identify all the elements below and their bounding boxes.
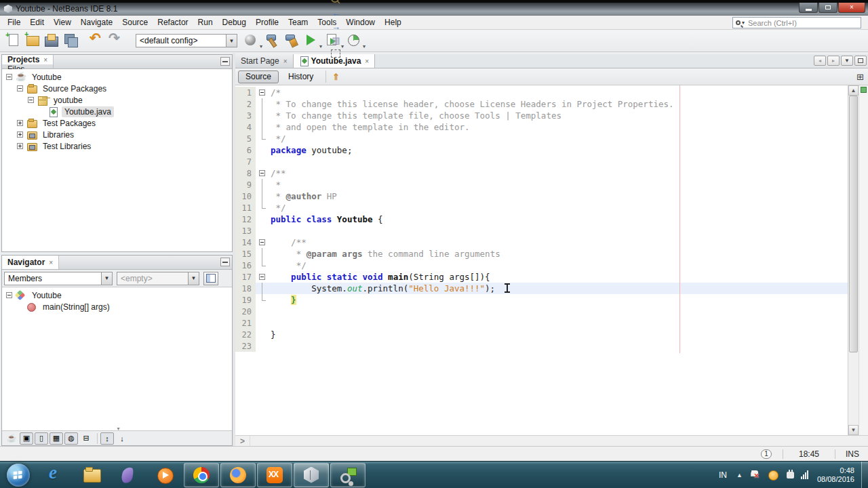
navigator-tab[interactable]: Navigator × xyxy=(2,256,59,269)
code-line-7[interactable]: 7 xyxy=(235,156,848,167)
code-line-23[interactable]: 23 xyxy=(235,340,848,352)
search-input[interactable]: ▾ Search (Ctrl+I) xyxy=(732,17,861,28)
menu-navigate[interactable]: Navigate xyxy=(76,16,117,28)
navigator-filter-bean-icon[interactable]: ☕ xyxy=(5,432,18,445)
code-line-17[interactable]: 17 public static void main(String args[]… xyxy=(235,271,848,283)
menu-source[interactable]: Source xyxy=(117,16,153,28)
projects-minimize-button[interactable] xyxy=(220,57,230,66)
profile-dropdown-icon[interactable]: ▾ xyxy=(363,43,366,49)
taskbar-windows-explorer-button[interactable] xyxy=(74,463,109,487)
taskbar-clock[interactable]: 0:48 08/08/2016 xyxy=(812,466,861,484)
taskbar-netbeans-button[interactable] xyxy=(294,463,329,487)
prev-occ-icon[interactable]: ← xyxy=(329,6,342,20)
collapse-icon[interactable] xyxy=(28,97,34,103)
code-line-10[interactable]: 10 * @author HP xyxy=(235,190,848,202)
code-line-4[interactable]: 4 * and open the template in the editor. xyxy=(235,121,848,133)
editor-vertical-scrollbar[interactable]: ▲ ▼ xyxy=(848,85,859,435)
taskbar-internet-explorer-button[interactable] xyxy=(37,463,73,487)
tab-projects[interactable]: Projects× xyxy=(2,55,54,64)
tree-item-youtube[interactable]: Youtube xyxy=(2,71,232,83)
menu-help[interactable]: Help xyxy=(380,16,406,28)
rect-sel-icon[interactable] xyxy=(329,47,342,60)
expand-icon[interactable] xyxy=(17,131,23,138)
clean-build-icon[interactable] xyxy=(283,32,300,48)
scroll-tabs-left-button[interactable]: ◂ xyxy=(814,56,826,66)
taskbar-purple-app-button[interactable] xyxy=(111,463,146,487)
navigator-minimize-button[interactable] xyxy=(220,258,230,266)
code-line-5[interactable]: 5 */ xyxy=(235,133,848,144)
collapse-icon[interactable] xyxy=(6,74,12,80)
navigator-filter-sort-alpha-icon[interactable]: ↓ xyxy=(115,432,129,445)
code-line-6[interactable]: 6package youtube; xyxy=(235,144,848,156)
show-hidden-icons-button[interactable]: ▲ xyxy=(732,472,747,479)
start-button[interactable] xyxy=(5,463,33,487)
tab-list-dropdown-button[interactable]: ▼ xyxy=(841,56,853,66)
code-line-21[interactable]: 21 xyxy=(235,317,848,329)
taskbar-firefox-button[interactable] xyxy=(220,463,256,487)
tree-item-test-libraries[interactable]: Test Libraries xyxy=(2,140,232,152)
navigator-columns-button[interactable] xyxy=(203,272,218,285)
navigator-empty-select[interactable]: <empty> ▼ xyxy=(117,272,199,285)
code-line-19[interactable]: 19 } xyxy=(235,294,848,306)
scroll-tabs-right-button[interactable]: ▸ xyxy=(827,56,840,66)
expand-fold-button[interactable]: > xyxy=(235,436,250,446)
notifications-badge[interactable]: 1 xyxy=(761,449,772,459)
taskbar-xampp-button[interactable] xyxy=(257,463,292,487)
navigator-filter-sort-source-icon[interactable]: ↕ xyxy=(100,432,114,445)
menu-file[interactable]: File xyxy=(3,16,25,28)
members-select-arrow-icon[interactable]: ▼ xyxy=(101,272,112,285)
taskbar-media-player-button[interactable] xyxy=(147,463,182,487)
tab-close-icon[interactable]: × xyxy=(283,58,288,65)
action-center-icon[interactable] xyxy=(749,469,762,481)
config-select-arrow-icon[interactable]: ▼ xyxy=(226,35,237,47)
open-project-icon[interactable] xyxy=(43,32,60,48)
scroll-down-icon[interactable]: ▼ xyxy=(848,425,859,435)
code-line-9[interactable]: 9 * xyxy=(235,179,848,190)
run-dropdown-icon[interactable]: ▾ xyxy=(319,43,322,49)
tree-item-main-string-args-[interactable]: main(String[] args) xyxy=(2,301,232,312)
navigator-filter-fields-icon[interactable]: ▯ xyxy=(35,432,48,445)
sphere-icon[interactable] xyxy=(243,32,259,48)
minimize-button[interactable] xyxy=(799,3,818,13)
navigator-filter-static-members-icon[interactable]: ▦ xyxy=(50,432,63,445)
taskbar-photo-viewer-button[interactable] xyxy=(330,463,366,487)
close-button[interactable]: × xyxy=(838,3,865,13)
fold-collapse-icon[interactable] xyxy=(256,237,269,248)
fold-collapse-icon[interactable] xyxy=(256,167,269,179)
search-dropdown-icon[interactable]: ▾ xyxy=(742,20,745,26)
power-tray-icon[interactable] xyxy=(785,469,797,481)
history-view-button[interactable]: History xyxy=(281,70,320,83)
bm-prev-icon[interactable]: ⇑ xyxy=(329,70,342,83)
code-line-13[interactable]: 13 xyxy=(235,225,848,237)
menu-team[interactable]: Team xyxy=(283,16,313,28)
profile-icon[interactable] xyxy=(346,32,362,48)
scroll-up-icon[interactable]: ▲ xyxy=(848,85,859,96)
code-line-8[interactable]: 8/** xyxy=(235,167,848,179)
code-line-3[interactable]: 3 * To change this template file, choose… xyxy=(235,110,848,121)
maximize-button[interactable] xyxy=(818,3,837,13)
fold-collapse-icon[interactable] xyxy=(256,87,269,98)
menu-view[interactable]: View xyxy=(49,16,76,28)
scrollbar-thumb[interactable] xyxy=(849,96,858,352)
navigator-filter-tree-dd-icon[interactable]: ⊟ xyxy=(79,432,93,445)
config-select[interactable]: <default config> ▼ xyxy=(136,34,237,47)
collapse-icon[interactable] xyxy=(6,292,12,298)
menu-profile[interactable]: Profile xyxy=(251,16,283,28)
tab-close-icon[interactable]: × xyxy=(43,56,47,64)
taskbar-chrome-button[interactable] xyxy=(184,463,219,487)
sphere-dropdown-icon[interactable]: ▾ xyxy=(260,43,262,49)
tree-item-source-packages[interactable]: Source Packages xyxy=(2,83,232,94)
navigator-filter-inherited-icon[interactable]: ▣ xyxy=(20,432,33,445)
update-tray-icon[interactable] xyxy=(767,469,779,481)
language-indicator[interactable]: IN xyxy=(713,470,732,480)
tree-item-youtube-java[interactable]: Youtube.java xyxy=(2,106,232,117)
menu-run[interactable]: Run xyxy=(193,16,218,28)
code-line-16[interactable]: 16 */ xyxy=(235,260,848,271)
maximize-editor-button[interactable] xyxy=(854,56,867,66)
code-line-14[interactable]: 14 /** xyxy=(235,237,848,248)
new-project-icon[interactable] xyxy=(24,32,41,48)
menu-refactor[interactable]: Refactor xyxy=(153,16,193,28)
toolbar-overflow-icon[interactable]: ⊞ xyxy=(856,72,864,82)
undo-icon[interactable] xyxy=(88,32,104,48)
navigator-members-select[interactable]: Members ▼ xyxy=(4,272,113,285)
